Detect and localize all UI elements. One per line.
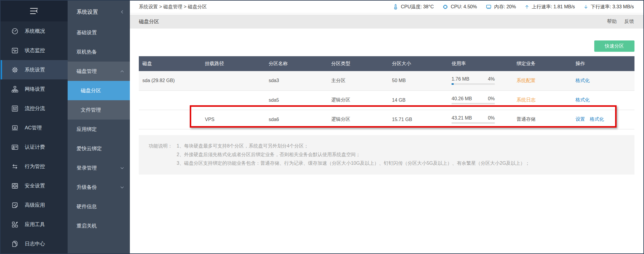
- sidebar-item-label: 认证计费: [25, 144, 45, 150]
- cell-partition-name: sda5: [265, 90, 328, 110]
- cell-mount-path: [201, 90, 265, 110]
- sidebar-item-日志中心[interactable]: 日志中心: [1, 234, 68, 253]
- cell-partition-size: 15.71 GB: [388, 110, 448, 129]
- sidebar-item-认证计费[interactable]: 认证计费: [1, 137, 68, 157]
- submenu-item-爱快云绑定[interactable]: 爱快云绑定: [68, 139, 130, 158]
- sidebar-item-AC管理[interactable]: AC管理: [1, 118, 68, 137]
- title-links: 帮助反馈: [607, 18, 634, 25]
- app-window: 系统概况状态监控系统设置网络设置流控分流AC管理认证计费行为管控安全设置高级应用…: [0, 0, 644, 254]
- partition-table: 磁盘挂载路径分区名称分区类型分区大小使用率绑定业务操作 sda (29.82 G…: [139, 56, 634, 129]
- logs-icon: [11, 240, 19, 248]
- sliders-icon: [11, 105, 19, 112]
- status-label: CPU温度: 38°C: [401, 4, 434, 10]
- cpu-chip-icon: [442, 3, 449, 10]
- submenu-item-磁盘管理[interactable]: 磁盘管理: [68, 62, 130, 81]
- submenu-item-登录管理[interactable]: 登录管理: [68, 158, 130, 178]
- table-row: sda5逻辑分区14 GB 40.26 MB 0% 系统日志格式化: [139, 90, 634, 110]
- cell-partition-name: sda6: [265, 110, 328, 129]
- status-label: 内存: 20%: [494, 4, 516, 10]
- notes-line: 1、每块硬盘最多可支持8个分区，系统盘可另外划分4个分区；: [177, 142, 530, 150]
- usage-progress-bar: [452, 122, 495, 124]
- cell-partition-size: 14 GB: [388, 90, 448, 110]
- notes-line: 2、外接硬盘后须先格式化或者分区后绑定业务，否则相关业务会默认使用系统盘空间；: [177, 150, 530, 159]
- notes-panel: 功能说明： 1、每块硬盘最多可支持8个分区，系统盘可另外划分4个分区；2、外接硬…: [139, 135, 634, 175]
- notes-lines: 1、每块硬盘最多可支持8个分区，系统盘可另外划分4个分区；2、外接硬盘后须先格式…: [177, 142, 530, 167]
- sidebar-item-网络设置[interactable]: 网络设置: [1, 79, 68, 99]
- service-badge: 系统日志: [517, 97, 536, 102]
- cell-actions: 格式化: [572, 71, 634, 90]
- sidebar-item-状态监控[interactable]: 状态监控: [1, 41, 68, 60]
- quick-partition-button[interactable]: 快速分区: [594, 40, 634, 52]
- submenu-item-硬件信息[interactable]: 硬件信息: [68, 197, 130, 216]
- main-area: 系统设置 > 磁盘管理 > 磁盘分区 CPU温度: 38°CCPU: 4.50%…: [130, 1, 643, 253]
- submenu-item-文件管理[interactable]: 文件管理: [68, 100, 130, 120]
- action-link-设置[interactable]: 设置: [575, 117, 585, 122]
- cell-usage: 1.76 MB 4%: [448, 71, 513, 90]
- submenu-item-升级备份[interactable]: 升级备份: [68, 178, 130, 197]
- title-link[interactable]: 反馈: [624, 18, 634, 25]
- cell-actions: 设置格式化: [572, 110, 634, 129]
- secondary-sidebar-header: 系统设置: [68, 1, 130, 23]
- cell-disk: sda (29.82 GB): [139, 71, 201, 90]
- column-header: 操作: [572, 56, 634, 71]
- action-link-格式化[interactable]: 格式化: [575, 97, 590, 102]
- sidebar-item-系统概况[interactable]: 系统概况: [1, 21, 68, 41]
- submenu-item-双机热备[interactable]: 双机热备: [68, 42, 130, 62]
- title-link[interactable]: 帮助: [607, 18, 617, 25]
- submenu-item-磁盘分区[interactable]: 磁盘分区: [68, 81, 130, 100]
- action-link-格式化[interactable]: 格式化: [575, 78, 590, 83]
- arrow-up-icon: [524, 3, 530, 10]
- page-title-bar: 磁盘分区 帮助反馈: [130, 15, 643, 29]
- secondary-nav: 基础设置双机热备磁盘管理磁盘分区文件管理应用绑定爱快云绑定登录管理升级备份硬件信…: [68, 23, 130, 236]
- cell-actions: 格式化: [572, 90, 634, 110]
- service-badge: 系统配置: [517, 78, 536, 83]
- id-card-icon: [11, 143, 19, 151]
- chevron-down-icon: [120, 166, 125, 170]
- submenu-item-应用绑定[interactable]: 应用绑定: [68, 120, 130, 139]
- table-header-row: 磁盘挂载路径分区名称分区类型分区大小使用率绑定业务操作: [139, 56, 634, 71]
- action-link-格式化[interactable]: 格式化: [590, 117, 604, 122]
- submenu-item-基础设置[interactable]: 基础设置: [68, 23, 130, 42]
- column-header: 挂载路径: [201, 56, 265, 71]
- sidebar-item-label: 流控分流: [25, 105, 45, 112]
- partition-table-wrap: 磁盘挂载路径分区名称分区类型分区大小使用率绑定业务操作 sda (29.82 G…: [139, 56, 634, 129]
- cell-partition-type: 逻辑分区: [328, 110, 388, 129]
- notes-label: 功能说明：: [149, 142, 177, 167]
- status-item: CPU温度: 38°C: [392, 3, 434, 10]
- network-icon: [11, 85, 19, 93]
- secondary-sidebar: 系统设置 基础设置双机热备磁盘管理磁盘分区文件管理应用绑定爱快云绑定登录管理升级…: [68, 1, 130, 253]
- apps-wrench-icon: [11, 221, 19, 228]
- sidebar-item-label: 系统概况: [25, 28, 45, 35]
- usage-value: 40.26 MB: [452, 96, 472, 101]
- breadcrumb: 系统设置 > 磁盘管理 > 磁盘分区: [139, 4, 207, 10]
- notes-line: 3、磁盘分区支持绑定的功能业务包含：普通存储、行为记录、缓存加速（分区大小10G…: [177, 159, 530, 167]
- topbar: 系统设置 > 磁盘管理 > 磁盘分区 CPU温度: 38°CCPU: 4.50%…: [130, 1, 643, 13]
- sidebar-item-流控分流[interactable]: 流控分流: [1, 99, 68, 118]
- usage-progress-bar: [452, 83, 495, 85]
- primary-sidebar: 系统概况状态监控系统设置网络设置流控分流AC管理认证计费行为管控安全设置高级应用…: [1, 1, 68, 253]
- chevron-left-icon[interactable]: [120, 10, 125, 14]
- chevron-down-icon: [120, 185, 125, 190]
- hamburger-collapse-icon: [29, 7, 39, 15]
- sidebar-item-高级应用[interactable]: 高级应用: [1, 195, 68, 215]
- sidebar-item-label: 安全设置: [25, 182, 45, 189]
- submenu-item-label: 爱快云绑定: [77, 145, 102, 152]
- submenu-item-重启关机[interactable]: 重启关机: [68, 216, 130, 236]
- submenu-item-label: 基础设置: [77, 29, 97, 36]
- column-header: 使用率: [448, 56, 513, 71]
- sidebar-item-系统设置[interactable]: 系统设置: [1, 60, 68, 79]
- sidebar-item-行为管控[interactable]: 行为管控: [1, 157, 68, 176]
- memory-icon: [485, 3, 492, 10]
- usage-progress-bar: [452, 103, 495, 104]
- gauge-icon: [11, 27, 19, 35]
- sidebar-item-应用工具[interactable]: 应用工具: [1, 215, 68, 234]
- cell-partition-type: 主分区: [328, 71, 388, 90]
- submenu-item-label: 应用绑定: [77, 126, 97, 133]
- submenu-item-label: 磁盘管理: [77, 68, 97, 75]
- sidebar-item-安全设置[interactable]: 安全设置: [1, 176, 68, 195]
- column-header: 分区类型: [328, 56, 388, 71]
- gear-icon: [11, 66, 19, 74]
- sidebar-collapse-button[interactable]: [1, 1, 68, 21]
- status-item: CPU: 4.50%: [442, 3, 477, 10]
- firewall-icon: [11, 182, 19, 190]
